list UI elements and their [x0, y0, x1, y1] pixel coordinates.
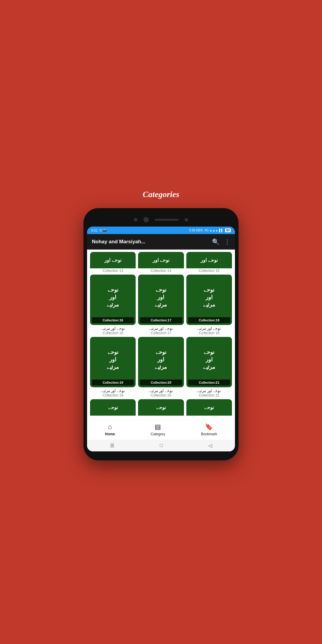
system-nav: ☰ □ ◁	[87, 440, 235, 451]
page-title: Categories	[143, 184, 179, 208]
collection-urdu-24: نوحے	[204, 405, 214, 410]
collection-card-14: نوحے اور	[138, 252, 184, 268]
collection-item-19[interactable]: نوحےاورمرثیے Collection:19 نوحے اور مرثی…	[90, 337, 136, 397]
collection-card-15: نوحے اور	[186, 252, 232, 268]
collection-urdu-label-18: نوحے اور مرثیے	[197, 326, 221, 331]
collection-en-label-19: Collection 19	[103, 393, 123, 397]
collection-item-23[interactable]: نوحے	[138, 399, 184, 416]
bottom-nav: ⌂ Home ▤ Category 🔖 Bookmark	[87, 420, 235, 440]
grid-row-19-21: نوحےاورمرثیے Collection:19 نوحے اور مرثی…	[90, 337, 232, 397]
collection-urdu-label-20: نوحے اور مرثیے	[149, 388, 173, 393]
label-overlay-16: Collection:16	[92, 317, 134, 323]
label-overlay-17: Collection:17	[140, 317, 182, 323]
status-left: 9:51 ⊙ 📷	[91, 228, 107, 232]
camera-dot-left	[134, 218, 137, 222]
urdu-text-19: نوحےاورمرثیے	[107, 340, 119, 380]
home-icon: ⌂	[108, 423, 112, 431]
collection-urdu-15: نوحے اور	[201, 257, 217, 263]
collection-item-17[interactable]: نوحےاورمرثیے Collection:17 نوحے اور مرثی…	[138, 275, 184, 335]
app-header: Nohay and Marsiyah... 🔍 ⋮	[87, 234, 235, 250]
collection-urdu-label-17: نوحے اور مرثیے	[149, 326, 173, 331]
nav-home[interactable]: ⌂ Home	[105, 423, 115, 436]
collection-urdu-22: نوحے	[108, 405, 118, 410]
bookmark-label: Bookmark	[201, 432, 217, 436]
collection-item-16[interactable]: نوحےاورمرثیے Collection:16 نوحے اور مرثی…	[90, 275, 136, 335]
collection-card-23: نوحے	[138, 399, 184, 416]
menu-button[interactable]: ⋮	[224, 238, 230, 245]
camera-dot-center	[143, 217, 149, 222]
phone-frame: 9:51 ⊙ 📷 0.90 KB/S 4G ▲▲▲ ▌▌ 83 Nohay an…	[83, 208, 239, 460]
status-bar: 9:51 ⊙ 📷 0.90 KB/S 4G ▲▲▲ ▌▌ 83	[87, 227, 235, 234]
category-label: Category	[151, 432, 165, 436]
urdu-text-20: نوحےاورمرثیے	[155, 340, 167, 380]
collection-en-label-17: Collection 17	[151, 331, 171, 335]
urdu-text-18: نوحےاورمرثیے	[203, 278, 215, 317]
collection-en-label-21: Collection 21	[199, 393, 219, 397]
header-icons: 🔍 ⋮	[212, 238, 230, 245]
collection-urdu-13: نوحے اور	[104, 257, 121, 263]
collection-en-label-18: Collection 18	[199, 331, 219, 335]
collection-urdu-label-21: نوحے اور مرثیے	[197, 388, 221, 393]
collection-card-20: نوحےاورمرثیے Collection:20	[138, 337, 184, 387]
collection-urdu-23: نوحے	[156, 405, 166, 410]
label-overlay-21: Collection:21	[188, 380, 230, 386]
partial-top-row: نوحے اور Collection 13 نوحے اور Collecti…	[90, 252, 232, 273]
network-icon: 4G ▲▲▲ ▌▌	[205, 229, 223, 232]
collection-name-13: Collection 13	[103, 269, 123, 273]
collection-card-19: نوحےاورمرثیے Collection:19	[90, 337, 136, 387]
speaker-bar	[155, 219, 179, 221]
collection-card-18: نوحےاورمرثیے Collection:18	[186, 275, 232, 325]
label-overlay-20: Collection:20	[140, 380, 182, 386]
nav-bookmark[interactable]: 🔖 Bookmark	[201, 423, 217, 436]
collection-en-label-16: Collection 16	[103, 331, 123, 335]
home-label: Home	[105, 432, 115, 436]
collection-item-15[interactable]: نوحے اور Collection 15	[186, 252, 232, 273]
sys-home-button[interactable]: □	[160, 443, 163, 448]
collection-item-18[interactable]: نوحےاورمرثیے Collection:18 نوحے اور مرثی…	[186, 275, 232, 335]
sys-back-button[interactable]: ◁	[208, 443, 212, 448]
collection-en-label-20: Collection 20	[151, 393, 171, 397]
nav-category[interactable]: ▤ Category	[151, 423, 165, 436]
collection-item-22[interactable]: نوحے	[90, 399, 136, 416]
app-title: Nohay and Marsiyah...	[92, 239, 212, 245]
category-icon: ▤	[155, 423, 161, 431]
collection-item-20[interactable]: نوحےاورمرثیے Collection:20 نوحے اور مرثی…	[138, 337, 184, 397]
camera-area	[87, 214, 235, 227]
collection-card-24: نوحے	[186, 399, 232, 416]
phone-screen: 9:51 ⊙ 📷 0.90 KB/S 4G ▲▲▲ ▌▌ 83 Nohay an…	[87, 227, 235, 451]
battery-display: 83	[225, 228, 231, 232]
bookmark-icon: 🔖	[205, 423, 213, 431]
collection-card-16: نوحےاورمرثیے Collection:16	[90, 275, 136, 325]
notification-icons: ⊙ 📷	[99, 228, 107, 232]
page-background: Categories 9:51 ⊙ 📷 0.90 KB/S 4G ▲▲▲ ▌▌ …	[0, 184, 322, 460]
urdu-text-16: نوحےاورمرثیے	[107, 278, 119, 317]
label-overlay-19: Collection:19	[92, 380, 134, 386]
label-overlay-18: Collection:18	[188, 317, 230, 323]
collection-card-17: نوحےاورمرثیے Collection:17	[138, 275, 184, 325]
collection-item-13[interactable]: نوحے اور Collection 13	[90, 252, 136, 273]
grid-row-16-18: نوحےاورمرثیے Collection:16 نوحے اور مرثی…	[90, 275, 232, 335]
collection-card-21: نوحےاورمرثیے Collection:21	[186, 337, 232, 387]
collection-item-21[interactable]: نوحےاورمرثیے Collection:21 نوحے اور مرثی…	[186, 337, 232, 397]
collection-card-13: نوحے اور	[90, 252, 136, 268]
collection-name-15: Collection 15	[199, 269, 219, 273]
camera-dot-right	[185, 218, 188, 222]
sys-menu-button[interactable]: ☰	[110, 443, 114, 448]
urdu-text-21: نوحےاورمرثیے	[203, 340, 215, 380]
collection-card-22: نوحے	[90, 399, 136, 416]
collection-urdu-label-19: نوحے اور مرثیے	[101, 388, 125, 393]
speed-display: 0.90 KB/S	[189, 229, 203, 232]
time-display: 9:51	[91, 229, 97, 232]
collection-urdu-14: نوحے اور	[153, 257, 169, 263]
urdu-text-17: نوحےاورمرثیے	[155, 278, 167, 317]
collection-urdu-label-16: نوحے اور مرثیے	[101, 326, 125, 331]
collection-name-14: Collection 14	[151, 269, 171, 273]
partial-bottom-row: نوحے نوحے نوحے	[90, 399, 232, 416]
collections-grid: نوحے اور Collection 13 نوحے اور Collecti…	[87, 250, 235, 419]
search-button[interactable]: 🔍	[212, 238, 219, 245]
collection-item-14[interactable]: نوحے اور Collection 14	[138, 252, 184, 273]
collection-item-24[interactable]: نوحے	[186, 399, 232, 416]
status-right: 0.90 KB/S 4G ▲▲▲ ▌▌ 83	[189, 228, 231, 232]
